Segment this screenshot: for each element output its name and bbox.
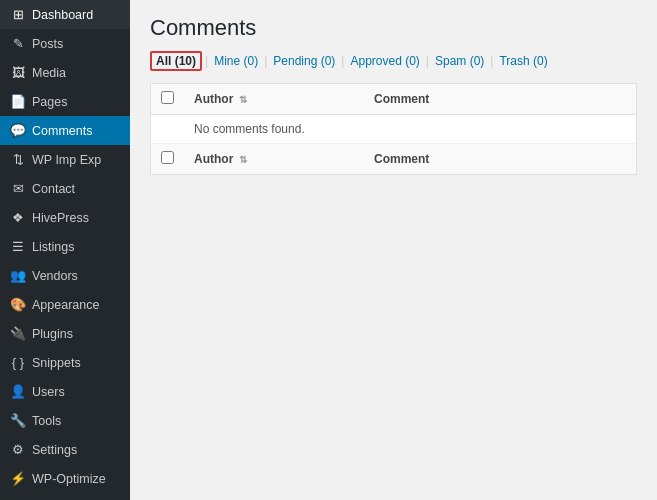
- comment-col-label: Comment: [374, 92, 429, 106]
- page-title: Comments: [150, 15, 637, 41]
- sidebar-item-comments[interactable]: 💬Comments: [0, 116, 130, 145]
- main-content: Comments All (10)|Mine (0)|Pending (0)|A…: [130, 0, 657, 500]
- filter-tab-mine[interactable]: Mine (0): [211, 52, 261, 70]
- sidebar-item-contact[interactable]: ✉Contact: [0, 174, 130, 203]
- posts-icon: ✎: [10, 36, 26, 51]
- sidebar-label-tools: Tools: [32, 414, 61, 428]
- filter-tab-pending[interactable]: Pending (0): [270, 52, 338, 70]
- sidebar: ⊞Dashboard✎Posts🖼Media📄Pages💬Comments⇅WP…: [0, 0, 130, 500]
- appearance-icon: 🎨: [10, 297, 26, 312]
- sidebar-label-settings: Settings: [32, 443, 77, 457]
- author-footer-sort-icon[interactable]: ⇅: [239, 154, 247, 165]
- sidebar-label-vendors: Vendors: [32, 269, 78, 283]
- content-area: Comments All (10)|Mine (0)|Pending (0)|A…: [130, 0, 657, 500]
- filter-bar: All (10)|Mine (0)|Pending (0)|Approved (…: [150, 51, 637, 71]
- sidebar-item-settings[interactable]: ⚙Settings: [0, 435, 130, 464]
- wp-optimize-icon: ⚡: [10, 471, 26, 486]
- author-col-header[interactable]: Author ⇅: [184, 84, 364, 115]
- sidebar-label-appearance: Appearance: [32, 298, 99, 312]
- sidebar-item-snippets[interactable]: { }Snippets: [0, 348, 130, 377]
- select-all-header: [151, 84, 185, 115]
- no-comments-text: No comments found.: [184, 115, 637, 144]
- filter-tab-spam[interactable]: Spam (0): [432, 52, 487, 70]
- author-col-footer[interactable]: Author ⇅: [184, 144, 364, 175]
- sidebar-label-pages: Pages: [32, 95, 67, 109]
- sidebar-label-media: Media: [32, 66, 66, 80]
- sidebar-label-wp-imp-exp: WP Imp Exp: [32, 153, 101, 167]
- filter-sep-mine: |: [264, 54, 267, 68]
- sidebar-label-hivepress: HivePress: [32, 211, 89, 225]
- listings-icon: ☰: [10, 239, 26, 254]
- users-icon: 👤: [10, 384, 26, 399]
- comment-footer-label: Comment: [374, 152, 429, 166]
- comment-col-header: Comment: [364, 84, 637, 115]
- no-comments-row: No comments found.: [151, 115, 637, 144]
- sidebar-label-contact: Contact: [32, 182, 75, 196]
- sidebar-item-vendors[interactable]: 👥Vendors: [0, 261, 130, 290]
- sidebar-item-listings[interactable]: ☰Listings: [0, 232, 130, 261]
- author-sort-icon[interactable]: ⇅: [239, 94, 247, 105]
- sidebar-item-tools[interactable]: 🔧Tools: [0, 406, 130, 435]
- wp-imp-exp-icon: ⇅: [10, 152, 26, 167]
- vendors-icon: 👥: [10, 268, 26, 283]
- comments-icon: 💬: [10, 123, 26, 138]
- contact-icon: ✉: [10, 181, 26, 196]
- settings-icon: ⚙: [10, 442, 26, 457]
- sidebar-item-plugins[interactable]: 🔌Plugins: [0, 319, 130, 348]
- sidebar-label-listings: Listings: [32, 240, 74, 254]
- filter-sep-pending: |: [341, 54, 344, 68]
- select-all-checkbox[interactable]: [161, 91, 174, 104]
- sidebar-label-snippets: Snippets: [32, 356, 81, 370]
- sidebar-label-users: Users: [32, 385, 65, 399]
- sidebar-item-users[interactable]: 👤Users: [0, 377, 130, 406]
- sidebar-item-wp-imp-exp[interactable]: ⇅WP Imp Exp: [0, 145, 130, 174]
- hivepress-icon: ❖: [10, 210, 26, 225]
- sidebar-item-media[interactable]: 🖼Media: [0, 58, 130, 87]
- filter-tab-all[interactable]: All (10): [150, 51, 202, 71]
- sidebar-item-wp-optimize[interactable]: ⚡WP-Optimize: [0, 464, 130, 493]
- select-all-footer-header: [151, 144, 185, 175]
- media-icon: 🖼: [10, 65, 26, 80]
- sidebar-item-dashboard[interactable]: ⊞Dashboard: [0, 0, 130, 29]
- sidebar-label-plugins: Plugins: [32, 327, 73, 341]
- sidebar-item-posts[interactable]: ✎Posts: [0, 29, 130, 58]
- tools-icon: 🔧: [10, 413, 26, 428]
- filter-sep-all: |: [205, 54, 208, 68]
- dashboard-icon: ⊞: [10, 7, 26, 22]
- sidebar-item-appearance[interactable]: 🎨Appearance: [0, 290, 130, 319]
- comment-col-footer: Comment: [364, 144, 637, 175]
- sidebar-label-wp-optimize: WP-Optimize: [32, 472, 106, 486]
- author-footer-label: Author: [194, 152, 233, 166]
- select-all-footer-checkbox[interactable]: [161, 151, 174, 164]
- pages-icon: 📄: [10, 94, 26, 109]
- sidebar-item-pages[interactable]: 📄Pages: [0, 87, 130, 116]
- collapse-menu-button[interactable]: ◀Collapse menu: [0, 493, 130, 500]
- filter-tab-trash[interactable]: Trash (0): [496, 52, 550, 70]
- filter-sep-approved: |: [426, 54, 429, 68]
- sidebar-item-hivepress[interactable]: ❖HivePress: [0, 203, 130, 232]
- filter-tab-approved[interactable]: Approved (0): [347, 52, 422, 70]
- author-col-label: Author: [194, 92, 233, 106]
- snippets-icon: { }: [10, 355, 26, 370]
- comments-table: Author ⇅ Comment No comments found.: [150, 83, 637, 175]
- sidebar-label-comments: Comments: [32, 124, 92, 138]
- plugins-icon: 🔌: [10, 326, 26, 341]
- sidebar-label-dashboard: Dashboard: [32, 8, 93, 22]
- filter-sep-spam: |: [490, 54, 493, 68]
- sidebar-label-posts: Posts: [32, 37, 63, 51]
